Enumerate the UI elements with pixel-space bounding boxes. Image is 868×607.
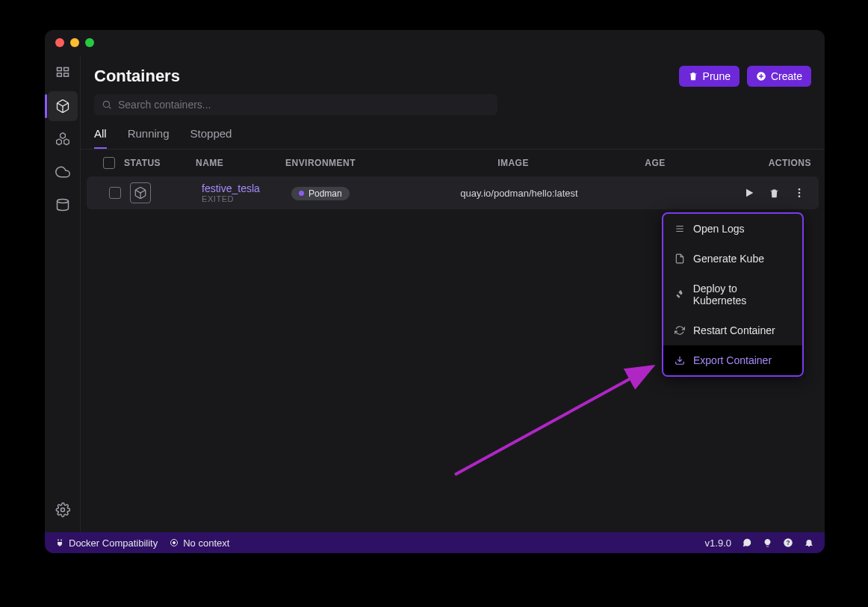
menu-generate-kube[interactable]: Generate Kube bbox=[663, 244, 802, 274]
lightbulb-icon bbox=[763, 538, 772, 548]
select-all-checkbox[interactable] bbox=[103, 157, 115, 169]
container-icon bbox=[55, 99, 70, 114]
status-label: Docker Compatibility bbox=[69, 537, 158, 549]
page-title: Containers bbox=[94, 67, 180, 86]
tab-stopped[interactable]: Stopped bbox=[190, 127, 232, 149]
pods-icon bbox=[55, 132, 70, 147]
status-tips[interactable] bbox=[763, 538, 772, 548]
cube-icon bbox=[134, 186, 147, 200]
tab-running[interactable]: Running bbox=[128, 127, 170, 149]
kebab-icon bbox=[793, 187, 805, 199]
search-icon bbox=[102, 99, 112, 110]
start-button[interactable] bbox=[743, 187, 755, 199]
trash-icon bbox=[688, 71, 698, 81]
window-minimize-button[interactable] bbox=[70, 38, 79, 47]
sidebar-item-settings[interactable] bbox=[48, 495, 78, 525]
menu-label: Export Container bbox=[693, 354, 772, 366]
dashboard-icon bbox=[55, 66, 70, 81]
table-header: STATUS NAME ENVIRONMENT IMAGE AGE ACTION… bbox=[81, 150, 825, 176]
plug-icon bbox=[55, 538, 64, 547]
sidebar-item-dashboard[interactable] bbox=[48, 58, 78, 88]
row-checkbox[interactable] bbox=[109, 187, 121, 199]
volumes-icon bbox=[55, 197, 70, 212]
col-actions: ACTIONS bbox=[704, 158, 811, 168]
chat-icon bbox=[742, 537, 752, 548]
status-label: No context bbox=[183, 537, 229, 549]
svg-text:?: ? bbox=[787, 540, 790, 546]
container-image: quay.io/podman/hello:latest bbox=[426, 188, 613, 199]
search-input[interactable] bbox=[118, 99, 490, 111]
menu-label: Deploy to Kubernetes bbox=[693, 283, 792, 306]
context-icon bbox=[170, 538, 179, 547]
svg-point-22 bbox=[173, 542, 176, 544]
col-image: IMAGE bbox=[420, 158, 607, 168]
create-label: Create bbox=[771, 70, 802, 82]
menu-restart-container[interactable]: Restart Container bbox=[663, 315, 802, 345]
env-dot-icon bbox=[299, 191, 304, 196]
sidebar-item-volumes[interactable] bbox=[48, 190, 78, 220]
tab-all[interactable]: All bbox=[94, 127, 107, 149]
trash-icon bbox=[769, 188, 780, 199]
header: Containers Prune Create bbox=[81, 55, 825, 120]
more-actions-button[interactable] bbox=[793, 187, 805, 199]
statusbar: Docker Compatibility No context v1.9.0 ? bbox=[45, 532, 825, 553]
svg-point-14 bbox=[799, 195, 801, 197]
svg-rect-3 bbox=[63, 73, 68, 76]
download-icon bbox=[675, 355, 685, 366]
window-maximize-button[interactable] bbox=[85, 38, 94, 47]
svg-rect-0 bbox=[57, 68, 61, 71]
svg-line-9 bbox=[109, 107, 111, 109]
menu-label: Open Logs bbox=[693, 223, 745, 235]
svg-point-8 bbox=[103, 101, 109, 107]
menu-label: Restart Container bbox=[693, 324, 775, 336]
help-icon: ? bbox=[783, 537, 793, 548]
svg-rect-1 bbox=[63, 68, 68, 71]
sidebar-item-images[interactable] bbox=[48, 157, 78, 187]
sidebar-item-pods[interactable] bbox=[48, 124, 78, 154]
file-icon bbox=[675, 253, 685, 264]
search-field[interactable] bbox=[94, 94, 497, 115]
menu-label: Generate Kube bbox=[693, 253, 764, 265]
plus-circle-icon bbox=[756, 71, 766, 81]
delete-button[interactable] bbox=[769, 187, 780, 199]
gear-icon bbox=[55, 502, 70, 517]
col-environment: ENVIRONMENT bbox=[285, 158, 420, 168]
menu-export-container[interactable]: Export Container bbox=[663, 345, 802, 375]
svg-point-13 bbox=[799, 192, 801, 194]
menu-deploy-kubernetes[interactable]: Deploy to Kubernetes bbox=[663, 274, 802, 315]
create-button[interactable]: Create bbox=[747, 66, 811, 87]
table-row: festive_tesla EXITED Podman quay.io/podm… bbox=[87, 176, 819, 209]
menu-open-logs[interactable]: Open Logs bbox=[663, 214, 802, 244]
app-window: Containers Prune Create bbox=[45, 30, 825, 553]
status-feedback[interactable] bbox=[742, 537, 752, 548]
titlebar bbox=[45, 30, 825, 55]
svg-point-6 bbox=[61, 508, 64, 512]
container-name-link[interactable]: festive_tesla bbox=[202, 182, 291, 194]
version-label: v1.9.0 bbox=[705, 537, 731, 549]
environment-badge: Podman bbox=[291, 187, 350, 200]
status-docker-compat[interactable]: Docker Compatibility bbox=[55, 537, 158, 549]
sidebar bbox=[45, 55, 81, 532]
svg-point-5 bbox=[57, 200, 68, 203]
prune-button[interactable]: Prune bbox=[679, 66, 740, 87]
rocket-icon bbox=[675, 289, 685, 300]
restart-icon bbox=[675, 325, 685, 336]
container-status-text: EXITED bbox=[202, 194, 291, 203]
status-help[interactable]: ? bbox=[783, 537, 793, 548]
col-name: NAME bbox=[196, 158, 285, 168]
status-context[interactable]: No context bbox=[170, 537, 229, 549]
logs-icon bbox=[675, 224, 685, 234]
play-icon bbox=[743, 187, 755, 199]
col-status: STATUS bbox=[124, 158, 196, 168]
col-age: AGE bbox=[607, 158, 704, 168]
container-status-icon bbox=[130, 182, 151, 203]
status-notifications[interactable] bbox=[804, 537, 814, 548]
sidebar-item-containers[interactable] bbox=[48, 91, 78, 121]
window-close-button[interactable] bbox=[55, 38, 64, 47]
bell-icon bbox=[804, 537, 814, 548]
cloud-icon bbox=[55, 164, 70, 179]
svg-rect-2 bbox=[57, 73, 61, 76]
svg-point-12 bbox=[799, 188, 801, 191]
context-menu: Open Logs Generate Kube Deploy to Kubern… bbox=[662, 212, 804, 377]
prune-label: Prune bbox=[703, 70, 731, 82]
